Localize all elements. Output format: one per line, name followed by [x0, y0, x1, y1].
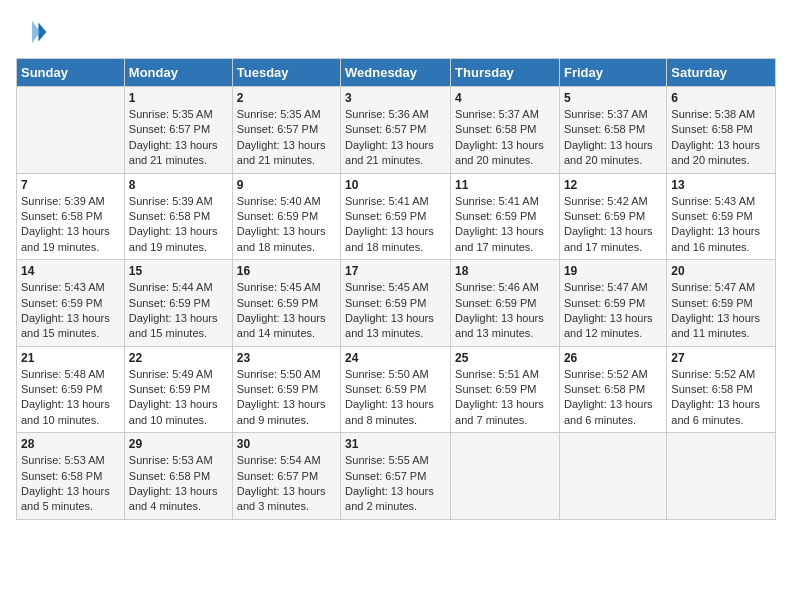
- logo: [16, 16, 52, 48]
- day-number: 22: [129, 351, 228, 365]
- calendar-cell: 30Sunrise: 5:54 AM Sunset: 6:57 PM Dayli…: [232, 433, 340, 520]
- day-number: 7: [21, 178, 120, 192]
- calendar-cell: 7Sunrise: 5:39 AM Sunset: 6:58 PM Daylig…: [17, 173, 125, 260]
- day-info: Sunrise: 5:37 AM Sunset: 6:58 PM Dayligh…: [564, 107, 662, 169]
- day-number: 17: [345, 264, 446, 278]
- calendar-cell: 4Sunrise: 5:37 AM Sunset: 6:58 PM Daylig…: [451, 87, 560, 174]
- calendar-cell: 27Sunrise: 5:52 AM Sunset: 6:58 PM Dayli…: [667, 346, 776, 433]
- day-number: 18: [455, 264, 555, 278]
- day-number: 23: [237, 351, 336, 365]
- day-number: 10: [345, 178, 446, 192]
- calendar-cell: 29Sunrise: 5:53 AM Sunset: 6:58 PM Dayli…: [124, 433, 232, 520]
- calendar-cell: 15Sunrise: 5:44 AM Sunset: 6:59 PM Dayli…: [124, 260, 232, 347]
- day-info: Sunrise: 5:53 AM Sunset: 6:58 PM Dayligh…: [21, 453, 120, 515]
- calendar-cell: 31Sunrise: 5:55 AM Sunset: 6:57 PM Dayli…: [341, 433, 451, 520]
- calendar-table: SundayMondayTuesdayWednesdayThursdayFrid…: [16, 58, 776, 520]
- day-number: 27: [671, 351, 771, 365]
- col-header-saturday: Saturday: [667, 59, 776, 87]
- col-header-tuesday: Tuesday: [232, 59, 340, 87]
- day-number: 9: [237, 178, 336, 192]
- day-info: Sunrise: 5:41 AM Sunset: 6:59 PM Dayligh…: [345, 194, 446, 256]
- day-info: Sunrise: 5:52 AM Sunset: 6:58 PM Dayligh…: [564, 367, 662, 429]
- day-number: 13: [671, 178, 771, 192]
- day-info: Sunrise: 5:43 AM Sunset: 6:59 PM Dayligh…: [21, 280, 120, 342]
- day-info: Sunrise: 5:45 AM Sunset: 6:59 PM Dayligh…: [237, 280, 336, 342]
- day-number: 28: [21, 437, 120, 451]
- day-number: 16: [237, 264, 336, 278]
- day-info: Sunrise: 5:48 AM Sunset: 6:59 PM Dayligh…: [21, 367, 120, 429]
- calendar-cell: 8Sunrise: 5:39 AM Sunset: 6:58 PM Daylig…: [124, 173, 232, 260]
- day-info: Sunrise: 5:39 AM Sunset: 6:58 PM Dayligh…: [129, 194, 228, 256]
- day-number: 29: [129, 437, 228, 451]
- day-number: 11: [455, 178, 555, 192]
- day-number: 25: [455, 351, 555, 365]
- day-info: Sunrise: 5:54 AM Sunset: 6:57 PM Dayligh…: [237, 453, 336, 515]
- day-info: Sunrise: 5:40 AM Sunset: 6:59 PM Dayligh…: [237, 194, 336, 256]
- day-info: Sunrise: 5:39 AM Sunset: 6:58 PM Dayligh…: [21, 194, 120, 256]
- calendar-cell: 2Sunrise: 5:35 AM Sunset: 6:57 PM Daylig…: [232, 87, 340, 174]
- day-info: Sunrise: 5:35 AM Sunset: 6:57 PM Dayligh…: [237, 107, 336, 169]
- calendar-cell: 6Sunrise: 5:38 AM Sunset: 6:58 PM Daylig…: [667, 87, 776, 174]
- day-number: 12: [564, 178, 662, 192]
- calendar-cell: 22Sunrise: 5:49 AM Sunset: 6:59 PM Dayli…: [124, 346, 232, 433]
- calendar-cell: [667, 433, 776, 520]
- day-number: 26: [564, 351, 662, 365]
- week-row-2: 7Sunrise: 5:39 AM Sunset: 6:58 PM Daylig…: [17, 173, 776, 260]
- week-row-4: 21Sunrise: 5:48 AM Sunset: 6:59 PM Dayli…: [17, 346, 776, 433]
- logo-icon: [16, 16, 48, 48]
- calendar-cell: 21Sunrise: 5:48 AM Sunset: 6:59 PM Dayli…: [17, 346, 125, 433]
- calendar-cell: 24Sunrise: 5:50 AM Sunset: 6:59 PM Dayli…: [341, 346, 451, 433]
- day-number: 6: [671, 91, 771, 105]
- day-number: 24: [345, 351, 446, 365]
- calendar-cell: [17, 87, 125, 174]
- day-info: Sunrise: 5:46 AM Sunset: 6:59 PM Dayligh…: [455, 280, 555, 342]
- day-info: Sunrise: 5:50 AM Sunset: 6:59 PM Dayligh…: [237, 367, 336, 429]
- day-info: Sunrise: 5:51 AM Sunset: 6:59 PM Dayligh…: [455, 367, 555, 429]
- day-number: 8: [129, 178, 228, 192]
- calendar-cell: 5Sunrise: 5:37 AM Sunset: 6:58 PM Daylig…: [559, 87, 666, 174]
- col-header-monday: Monday: [124, 59, 232, 87]
- day-info: Sunrise: 5:36 AM Sunset: 6:57 PM Dayligh…: [345, 107, 446, 169]
- day-info: Sunrise: 5:45 AM Sunset: 6:59 PM Dayligh…: [345, 280, 446, 342]
- day-number: 2: [237, 91, 336, 105]
- calendar-cell: 19Sunrise: 5:47 AM Sunset: 6:59 PM Dayli…: [559, 260, 666, 347]
- calendar-cell: 14Sunrise: 5:43 AM Sunset: 6:59 PM Dayli…: [17, 260, 125, 347]
- calendar-cell: 12Sunrise: 5:42 AM Sunset: 6:59 PM Dayli…: [559, 173, 666, 260]
- day-number: 14: [21, 264, 120, 278]
- day-number: 4: [455, 91, 555, 105]
- day-number: 15: [129, 264, 228, 278]
- calendar-cell: 3Sunrise: 5:36 AM Sunset: 6:57 PM Daylig…: [341, 87, 451, 174]
- day-info: Sunrise: 5:53 AM Sunset: 6:58 PM Dayligh…: [129, 453, 228, 515]
- calendar-cell: 18Sunrise: 5:46 AM Sunset: 6:59 PM Dayli…: [451, 260, 560, 347]
- day-info: Sunrise: 5:41 AM Sunset: 6:59 PM Dayligh…: [455, 194, 555, 256]
- calendar-cell: 28Sunrise: 5:53 AM Sunset: 6:58 PM Dayli…: [17, 433, 125, 520]
- day-number: 19: [564, 264, 662, 278]
- day-info: Sunrise: 5:43 AM Sunset: 6:59 PM Dayligh…: [671, 194, 771, 256]
- calendar-cell: 20Sunrise: 5:47 AM Sunset: 6:59 PM Dayli…: [667, 260, 776, 347]
- calendar-cell: [451, 433, 560, 520]
- calendar-cell: 10Sunrise: 5:41 AM Sunset: 6:59 PM Dayli…: [341, 173, 451, 260]
- calendar-cell: 26Sunrise: 5:52 AM Sunset: 6:58 PM Dayli…: [559, 346, 666, 433]
- col-header-friday: Friday: [559, 59, 666, 87]
- day-number: 20: [671, 264, 771, 278]
- calendar-cell: 1Sunrise: 5:35 AM Sunset: 6:57 PM Daylig…: [124, 87, 232, 174]
- calendar-cell: 9Sunrise: 5:40 AM Sunset: 6:59 PM Daylig…: [232, 173, 340, 260]
- day-number: 3: [345, 91, 446, 105]
- calendar-cell: 11Sunrise: 5:41 AM Sunset: 6:59 PM Dayli…: [451, 173, 560, 260]
- day-info: Sunrise: 5:55 AM Sunset: 6:57 PM Dayligh…: [345, 453, 446, 515]
- week-row-3: 14Sunrise: 5:43 AM Sunset: 6:59 PM Dayli…: [17, 260, 776, 347]
- week-row-5: 28Sunrise: 5:53 AM Sunset: 6:58 PM Dayli…: [17, 433, 776, 520]
- col-header-wednesday: Wednesday: [341, 59, 451, 87]
- calendar-cell: 23Sunrise: 5:50 AM Sunset: 6:59 PM Dayli…: [232, 346, 340, 433]
- calendar-cell: [559, 433, 666, 520]
- col-header-thursday: Thursday: [451, 59, 560, 87]
- day-info: Sunrise: 5:38 AM Sunset: 6:58 PM Dayligh…: [671, 107, 771, 169]
- day-info: Sunrise: 5:47 AM Sunset: 6:59 PM Dayligh…: [671, 280, 771, 342]
- day-info: Sunrise: 5:42 AM Sunset: 6:59 PM Dayligh…: [564, 194, 662, 256]
- day-info: Sunrise: 5:50 AM Sunset: 6:59 PM Dayligh…: [345, 367, 446, 429]
- day-number: 5: [564, 91, 662, 105]
- day-info: Sunrise: 5:44 AM Sunset: 6:59 PM Dayligh…: [129, 280, 228, 342]
- header: [16, 16, 776, 48]
- calendar-cell: 16Sunrise: 5:45 AM Sunset: 6:59 PM Dayli…: [232, 260, 340, 347]
- day-number: 31: [345, 437, 446, 451]
